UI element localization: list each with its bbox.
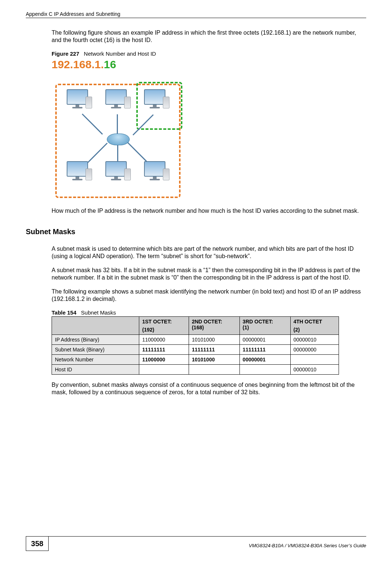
ip-host-part: 16 [104, 58, 116, 70]
octet-cell: 10101000 [189, 335, 239, 345]
page-header: Appendix C IP Addresses and Subnetting [26, 11, 366, 18]
table-row: Subnet Mask (Binary)11111111111111111111… [52, 345, 339, 355]
octet-cell: 11000000 [139, 355, 189, 365]
wire [117, 114, 118, 135]
octet-cell: 11000000 [139, 335, 189, 345]
example-ip-address: 192.168.1.16 [52, 58, 184, 71]
figure-227-label: Figure 227 [52, 51, 79, 57]
page-footer: 358 VMG8324-B10A / VMG8324-B30A Series U… [26, 536, 366, 551]
row-label: Host ID [52, 365, 139, 375]
wire [117, 145, 118, 162]
ip-network-part: 192.168.1. [52, 58, 104, 70]
table-header-octet-1: 1ST OCTET: (192) [139, 317, 189, 335]
network-diagram [52, 71, 184, 200]
octet-cell [290, 355, 339, 365]
th-line1: 4TH OCTET [294, 319, 336, 325]
th-line2: (1) [243, 325, 287, 330]
router-icon [107, 133, 130, 145]
th-line1: 2ND OCTET: [192, 319, 237, 325]
intro-paragraph: The following figure shows an example IP… [52, 29, 363, 44]
table-154-title: Subnet Masks [81, 309, 116, 316]
octet-cell [139, 365, 189, 375]
figure-227-diagram: 192.168.1.16 [52, 58, 184, 200]
row-label: IP Address (Binary) [52, 335, 139, 345]
header-left-text: Appendix C IP Addresses and Subnetting [26, 11, 120, 17]
subnet-masks-table: 1ST OCTET: (192) 2ND OCTET: (168) 3RD OC… [52, 316, 339, 375]
table-154-caption: Table 154 Subnet Masks [52, 309, 366, 316]
octet-cell: 11111111 [139, 345, 189, 355]
pc-icon [144, 161, 166, 180]
th-line1: 3RD OCTET: [243, 319, 287, 325]
octet-cell: 00000001 [239, 335, 290, 345]
table-row: Host ID00000010 [52, 365, 339, 375]
table-154-label: Table 154 [52, 309, 76, 316]
closing-paragraph: By convention, subnet masks always consi… [52, 381, 363, 396]
figure-227-caption: Figure 227 Network Number and Host ID [52, 51, 366, 57]
pc-icon-highlighted [144, 89, 166, 108]
table-row: Network Number110000001010100000000001 [52, 355, 339, 365]
octet-cell [239, 365, 290, 375]
octet-cell: 00000010 [290, 365, 339, 375]
octet-cell: 10101000 [189, 355, 239, 365]
table-header-octet-4: 4TH OCTET (2) [290, 317, 339, 335]
table-header-blank [52, 317, 139, 335]
table-row: IP Address (Binary)110000001010100000000… [52, 335, 339, 345]
subnet-masks-para-1: A subnet mask is used to determine which… [52, 245, 363, 260]
table-header-row: 1ST OCTET: (192) 2ND OCTET: (168) 3RD OC… [52, 317, 339, 335]
octet-cell: 00000000 [290, 345, 339, 355]
subnet-masks-para-3: The following example shows a subnet mas… [52, 288, 363, 303]
pc-icon [66, 89, 88, 108]
octet-cell: 11111111 [239, 345, 290, 355]
th-line2: (192) [142, 327, 186, 333]
section-title-subnet-masks: Subnet Masks [26, 228, 366, 236]
table-header-octet-3: 3RD OCTET: (1) [239, 317, 290, 335]
figure-227-title: Network Number and Host ID [84, 51, 156, 57]
octet-cell: 11111111 [189, 345, 239, 355]
footer-guide-title: VMG8324-B10A / VMG8324-B30A Series User’… [249, 539, 366, 548]
octet-cell: 00000010 [290, 335, 339, 345]
page-number: 358 [26, 536, 49, 551]
octet-cell [189, 365, 239, 375]
pc-icon [105, 161, 127, 180]
octet-cell: 00000001 [239, 355, 290, 365]
subnet-masks-para-2: A subnet mask has 32 bits. If a bit in t… [52, 267, 363, 281]
after-figure-paragraph: How much of the IP address is the networ… [52, 207, 363, 215]
th-line2: (2) [294, 327, 336, 333]
th-line2: (168) [192, 325, 237, 330]
pc-icon [66, 161, 88, 180]
table-header-octet-2: 2ND OCTET: (168) [189, 317, 239, 335]
row-label: Subnet Mask (Binary) [52, 345, 139, 355]
row-label: Network Number [52, 355, 139, 365]
th-line1: 1ST OCTET: [142, 319, 186, 325]
pc-icon [105, 89, 127, 108]
